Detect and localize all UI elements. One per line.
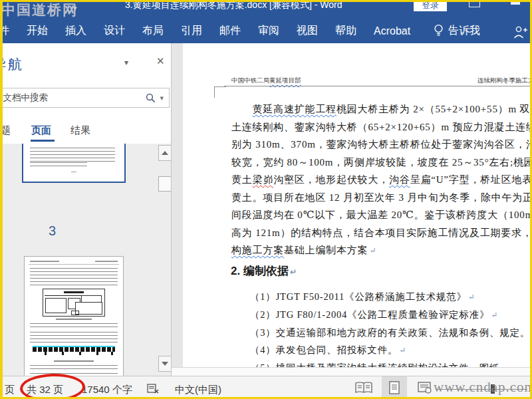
ribbon-display-options-icon[interactable] <box>469 0 480 7</box>
document-body-paragraph: 黄延高速扩能工程桃园大桥主桥为 2×（55+2×100+55）m 双幅预应力混土… <box>231 100 532 259</box>
navigation-pane: 导航 ▾ ✕ 在文档中搜索 ▾ 标题 页面 结果 3 <box>2 43 172 376</box>
nav-tab-headings[interactable]: 标题 <box>2 124 11 137</box>
ribbon-tab[interactable]: 插入 <box>57 24 95 38</box>
search-options-arrow-icon[interactable]: ▾ <box>160 94 164 102</box>
paragraph-mark: ↵ <box>491 311 498 320</box>
ribbon-tab[interactable]: 布局 <box>134 24 172 38</box>
paragraph-mark: ↵ <box>468 293 475 302</box>
tell-me-label: 告诉我 <box>448 24 480 38</box>
document-text-line: 别为 310m、370m，蓥家沟特大桥主桥桥位处于蓥家沟沟谷区，沟谷开阔，地 <box>231 136 532 154</box>
document-text-line: （3）交通运输部和地方政府的有关政策、法规和条例、规定。↵ <box>250 324 532 342</box>
document-text-line: 高为 121m）的结构特点，结合本项目实际施工情况及工期要求，在已批复刚 <box>231 224 532 242</box>
site-watermark-bottom: www.cndap.com <box>434 379 532 396</box>
document-text-line: 较宽，宽约 80～100m，两侧岸坡较陡，坡度在 25～35°左右;桃园大桥主桥… <box>231 154 532 172</box>
ribbon-tab-row: 文件开始插入设计布局引用邮件审阅视图帮助Acrobat <box>0 19 419 43</box>
proofing-errors-icon[interactable] <box>147 384 160 394</box>
paragraph-mark: ↵ <box>399 346 406 355</box>
ribbon-tab[interactable]: 引用 <box>172 24 211 38</box>
search-placeholder: 在文档中搜索 <box>2 92 146 104</box>
document-text-line: 黄土梁峁沟壑区，地形起伏较大，沟谷呈扁“U”字型，桥址区地表分布主要 <box>231 171 532 189</box>
document-text-line: 土连续刚构、蓥家沟特大桥（65+2×120+65）m 预应力混凝土连续刚构，全桥 <box>231 118 532 136</box>
ribbon-tab[interactable]: 设计 <box>95 24 134 38</box>
clipped-text-fragment <box>0 385 2 394</box>
minimize-button[interactable] <box>511 1 520 5</box>
thumbnail-header-line <box>30 261 59 262</box>
window-title: 3.黄延项目连续刚构冬施方案.docx [兼容模式] - Word <box>125 0 342 11</box>
lightbulb-icon <box>434 23 444 38</box>
document-text-line: 黄土。项目所在地区 12 月初至次年 3 月中旬为冬季，除中午为正温外，其余 <box>231 189 532 207</box>
ribbon-tab[interactable]: 审阅 <box>249 24 288 38</box>
document-text-line: （5）桃园大桥及蓥家沟特大桥连续刚构设计文件、图纸。 <box>250 359 532 367</box>
thumbnail-bridge-elevation-diagram <box>33 346 115 355</box>
scrollbar-thumb[interactable] <box>158 176 171 192</box>
thumbnail-text-lines <box>30 323 118 329</box>
sign-in-button[interactable]: 登录 <box>414 0 447 11</box>
print-layout-icon <box>388 381 400 394</box>
thumbnail-text-lines <box>30 148 115 162</box>
print-layout-view-button-active[interactable] <box>382 376 407 399</box>
paragraph-mark: ↵ <box>290 267 297 277</box>
section-heading: 2. 编制依据↵ <box>231 263 297 279</box>
ribbon-tab[interactable]: 邮件 <box>211 24 249 38</box>
nav-tab-pages[interactable]: 页面 <box>31 124 51 137</box>
language-indicator[interactable]: 中文(中国) <box>175 384 221 396</box>
thumbnail-plan-diagram <box>43 289 105 317</box>
scrollbar-up-arrow[interactable] <box>158 145 171 161</box>
ribbon-tab[interactable]: 开始 <box>18 24 57 38</box>
document-editing-area: 中国中铁二局黄延项目部 连续刚构冬季施工方 黄延高速扩能工程桃园大桥主桥为 2×… <box>172 43 532 367</box>
document-search-input[interactable]: 在文档中搜索 ▾ <box>2 88 170 108</box>
paragraph-mark: ↵ <box>369 246 376 255</box>
tell-me-control[interactable]: 告诉我 <box>427 23 487 38</box>
thumbnail-caption <box>54 360 94 362</box>
page-header-right: 连续刚构冬季施工方 <box>477 76 532 85</box>
word-count-indicator[interactable]: 17540 个字 <box>82 384 132 396</box>
margin-corner-mark <box>214 86 226 98</box>
word-window: { "window": { "title": "3.黄延项目连续刚构冬施方案.d… <box>0 0 532 399</box>
thumbnail-text-lines <box>30 332 118 343</box>
thumbnail-header-line <box>95 261 118 262</box>
page-thumbnails-panel: 3 4 <box>2 144 171 376</box>
thumbnail-text-lines <box>30 162 87 166</box>
active-tab-underline <box>31 140 55 142</box>
document-text-line: （1）JTGT F50-2011《公路桥涵施工技术规范》↵ <box>250 288 532 306</box>
thumbnail-header-rule <box>29 264 119 265</box>
nav-tab-results[interactable]: 结果 <box>70 124 90 137</box>
page-3-thumbnail-selected[interactable] <box>22 144 126 183</box>
web-layout-view-icon[interactable] <box>418 382 432 394</box>
navigation-tabs: 标题 页面 结果 <box>2 122 171 144</box>
read-mode-view-icon[interactable] <box>355 382 372 394</box>
thumbnail-dash <box>71 172 76 172</box>
page-4-thumbnail[interactable] <box>24 256 124 376</box>
thumbnail-caption <box>56 319 92 320</box>
document-text-line: （2）JTG F80/1-2004《公路工程质量检验评定标准》↵ <box>250 306 532 324</box>
share-person-icon[interactable] <box>513 25 529 39</box>
ribbon-tab[interactable]: 文件 <box>0 24 18 38</box>
navigation-pane-close-icon[interactable]: ✕ <box>156 55 165 67</box>
site-watermark-top: 中国道桥网 <box>1 1 78 19</box>
title-and-ribbon-bar: ▾ 3.黄延项目连续刚构冬施方案.docx [兼容模式] - Word 登录 文… <box>0 0 532 43</box>
thumbnails-scrollbar[interactable] <box>158 144 171 376</box>
ribbon-tab[interactable]: Acrobat <box>365 25 419 37</box>
reference-list: （1）JTGT F50-2011《公路桥涵施工技术规范》↵（2）JTG F80/… <box>250 288 532 367</box>
thumbnail-text-lines <box>30 268 118 287</box>
document-text-line: 黄延高速扩能工程桃园大桥主桥为 2×（55+2×100+55）m 双幅预应力混 <box>231 100 532 118</box>
document-page[interactable]: 中国中铁二局黄延项目部 连续刚构冬季施工方 黄延高速扩能工程桃园大桥主桥为 2×… <box>183 43 532 367</box>
document-text-line: 间段温度均在 0℃以下，最大温差 20℃。鉴于该桥跨度大（100m、120）、墩… <box>231 206 532 224</box>
document-text-line: 构施工方案基础上编制本方案↵ <box>231 241 532 259</box>
navigation-pane-title: 导航 <box>2 55 23 74</box>
scrollbar-down-arrow[interactable] <box>158 356 171 372</box>
ribbon-tab[interactable]: 视图 <box>288 24 327 38</box>
document-text-line: （4）承发包合同、招投标文件。↵ <box>250 341 532 359</box>
page-3-number-label: 3 <box>49 223 56 239</box>
ribbon-tab[interactable]: 帮助 <box>327 24 365 38</box>
navigation-pane-menu-arrow-icon[interactable]: ▾ <box>124 58 128 67</box>
horizontal-scrollbar[interactable] <box>172 367 532 376</box>
page-indicator-fragment[interactable]: 页 <box>5 384 15 396</box>
search-icon[interactable] <box>146 93 156 103</box>
header-rule <box>224 86 532 86</box>
page-header-left: 中国中铁二局黄延项目部 <box>231 76 301 85</box>
thumbnail-text-lines <box>30 365 118 370</box>
